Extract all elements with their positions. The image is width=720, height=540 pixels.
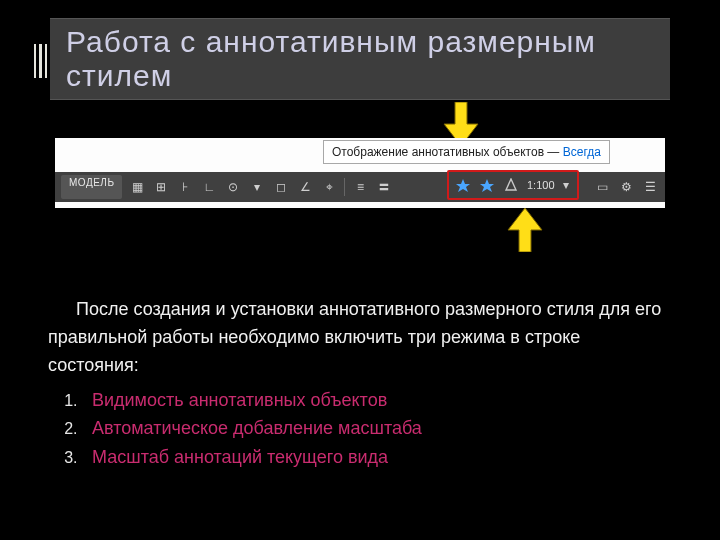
infer-icon[interactable]: ⊦: [176, 178, 194, 196]
annotation-scale-icon[interactable]: [501, 175, 521, 195]
annotation-monitor-icon[interactable]: ▭: [593, 178, 611, 196]
list-item: Автоматическое добавление масштаба: [82, 414, 672, 443]
lineweight-icon[interactable]: ∠: [296, 178, 314, 196]
slide-title: Работа с аннотативным размерным стилем: [66, 25, 654, 94]
tooltip-value: Всегда: [563, 145, 601, 159]
annotation-tooltip: Отображение аннотативных объектов — Всег…: [323, 140, 610, 164]
intro-paragraph: После создания и установки аннотативного…: [48, 296, 672, 380]
chevron-down-icon[interactable]: ▾: [557, 176, 575, 194]
svg-marker-1: [508, 208, 542, 252]
grid-icon[interactable]: ▦: [128, 178, 146, 196]
tooltip-label: Отображение аннотативных объектов —: [332, 145, 559, 159]
ortho-icon[interactable]: ∟: [200, 178, 218, 196]
annotation-visibility-icon[interactable]: [453, 175, 473, 195]
statusbar-right-group: ▭ ⚙ ☰: [587, 172, 659, 202]
dropdown-icon[interactable]: ▾: [248, 178, 266, 196]
annotation-autoscale-icon[interactable]: [477, 175, 497, 195]
annotative-group-highlight: 1:100 ▾: [447, 170, 579, 200]
separator: [344, 178, 345, 196]
osnap-icon[interactable]: ◻: [272, 178, 290, 196]
body-text: После создания и установки аннотативного…: [48, 296, 672, 472]
mode-list: Видимость аннотативных объектов Автомати…: [48, 386, 672, 472]
lines-icon[interactable]: 〓: [375, 178, 393, 196]
statusbar-screenshot: Отображение аннотативных объектов — Всег…: [55, 138, 665, 208]
model-space-button[interactable]: МОДЕЛЬ: [61, 175, 122, 199]
layers-icon[interactable]: ≡: [351, 178, 369, 196]
slide-root: Работа с аннотативным размерным стилем О…: [0, 0, 720, 540]
list-item: Видимость аннотативных объектов: [82, 386, 672, 415]
transparency-icon[interactable]: ⌖: [320, 178, 338, 196]
title-ribbon: Работа с аннотативным размерным стилем: [50, 18, 670, 100]
annotation-scale-label[interactable]: 1:100: [527, 179, 555, 191]
customization-icon[interactable]: ☰: [641, 178, 659, 196]
list-item: Масштаб аннотаций текущего вида: [82, 443, 672, 472]
snap-icon[interactable]: ⊞: [152, 178, 170, 196]
arrow-bottom: [502, 208, 548, 252]
workspace-switching-icon[interactable]: ⚙: [617, 178, 635, 196]
polar-icon[interactable]: ⊙: [224, 178, 242, 196]
